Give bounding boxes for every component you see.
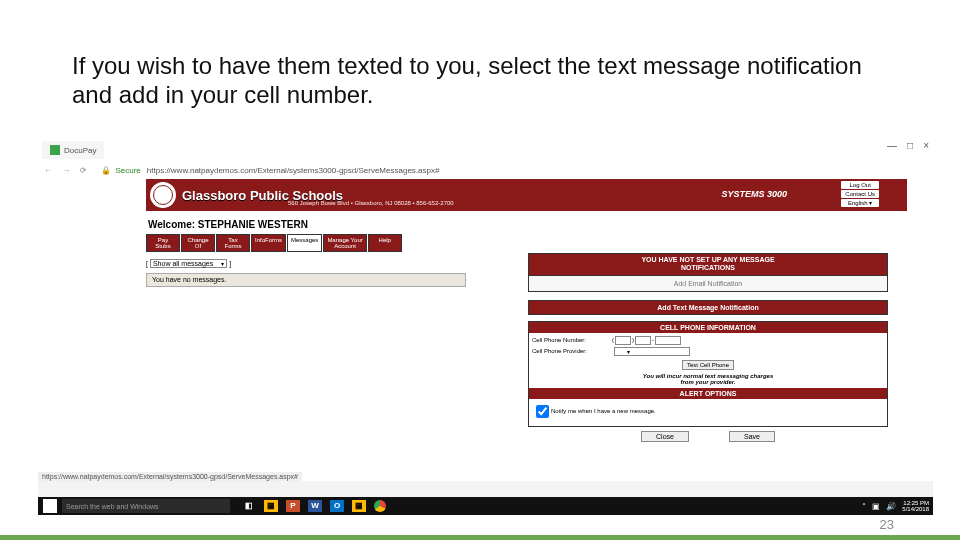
address-bar: ← → ⟳ 🔒 Secure https://www.natpaydemos.c… xyxy=(38,162,933,180)
tab-pay-stubs[interactable]: PayStubs xyxy=(146,234,180,252)
main-nav: PayStubs ChangeOf TaxForms InfoForms Mes… xyxy=(146,234,402,252)
no-notifications-banner: YOU HAVE NOT SET UP ANY MESSAGENOTIFICAT… xyxy=(528,253,888,276)
district-logo xyxy=(150,182,176,208)
alert-options-header: ALERT OPTIONS xyxy=(529,388,887,399)
close-button[interactable]: Close xyxy=(641,431,689,442)
provider-label: Cell Phone Provider: xyxy=(532,348,612,354)
paren: ( xyxy=(612,337,614,343)
welcome-label: Welcome: xyxy=(148,219,195,230)
line-number-input[interactable] xyxy=(655,336,681,345)
charge-note: You will incur normal text messaging cha… xyxy=(532,373,884,385)
no-messages-box: You have no messages. xyxy=(146,273,466,287)
window-close[interactable]: × xyxy=(923,140,929,151)
embedded-screenshot: DocuPay — □ × ← → ⟳ 🔒 Secure https://www… xyxy=(38,138,933,515)
url-text[interactable]: https://www.natpaydemos.com/External/sys… xyxy=(147,166,440,175)
tab-messages[interactable]: Messages xyxy=(287,234,322,252)
secure-label: Secure xyxy=(115,166,140,175)
folder-icon[interactable]: ▦ xyxy=(352,500,366,512)
tab-help[interactable]: Help xyxy=(368,234,402,252)
tray-up-icon[interactable]: ˄ xyxy=(862,502,866,511)
outlook-icon[interactable]: O xyxy=(330,500,344,512)
slide-instruction: If you wish to have them texted to you, … xyxy=(72,52,892,110)
file-explorer-icon[interactable]: ▦ xyxy=(264,500,278,512)
area-code-input[interactable] xyxy=(615,336,631,345)
tab-favicon xyxy=(50,145,60,155)
chrome-tab-strip: DocuPay — □ × xyxy=(38,138,933,162)
test-cell-button[interactable]: Test Cell Phone xyxy=(682,360,734,370)
add-email-notification[interactable]: Add Email Notification xyxy=(528,275,888,292)
save-button[interactable]: Save xyxy=(729,431,775,442)
tab-infoforms[interactable]: InfoForms xyxy=(251,234,286,252)
cell-info-header: CELL PHONE INFORMATION xyxy=(529,322,887,333)
tab-tax-forms[interactable]: TaxForms xyxy=(216,234,250,252)
system-brand: SYSTEMS 3000 xyxy=(721,189,787,199)
lock-icon: 🔒 xyxy=(101,166,111,175)
windows-taskbar: Search the web and Windows ◧ ▦ P W O ▦ ˄… xyxy=(38,497,933,515)
notify-label: Notify me when I have a new message. xyxy=(551,408,656,414)
page-content: Glassboro Public Schools 560 Joseph Bowe… xyxy=(38,179,933,481)
browser-tab[interactable]: DocuPay xyxy=(42,141,104,159)
slide-number: 23 xyxy=(880,517,894,532)
status-bar-url: https://www.natpaydemos.com/External/sys… xyxy=(38,472,302,481)
window-minimize[interactable]: — xyxy=(887,140,897,151)
network-icon[interactable]: ▣ xyxy=(872,502,880,511)
language-select[interactable]: English ▾ xyxy=(841,199,879,207)
provider-dropdown[interactable] xyxy=(614,347,690,356)
taskbar-clock[interactable]: 12:25 PM5/14/2018 xyxy=(902,500,929,512)
volume-icon[interactable]: 🔊 xyxy=(886,502,896,511)
welcome-name: STEPHANIE WESTERN xyxy=(198,219,308,230)
task-view-icon[interactable]: ◧ xyxy=(242,500,256,512)
cell-phone-section: CELL PHONE INFORMATION Cell Phone Number… xyxy=(528,321,888,427)
window-maximize[interactable]: □ xyxy=(907,140,913,151)
bracket: ] xyxy=(229,260,231,267)
start-button[interactable] xyxy=(43,499,57,513)
tab-title: DocuPay xyxy=(64,146,96,155)
powerpoint-icon[interactable]: P xyxy=(286,500,300,512)
notifications-panel: YOU HAVE NOT SET UP ANY MESSAGENOTIFICAT… xyxy=(528,253,888,442)
word-icon[interactable]: W xyxy=(308,500,322,512)
exchange-input[interactable] xyxy=(635,336,651,345)
bracket: [ xyxy=(146,260,148,267)
paren: ) xyxy=(632,337,634,343)
chrome-icon[interactable] xyxy=(374,500,386,512)
logout-link[interactable]: Log Out xyxy=(841,181,879,189)
filter-dropdown[interactable]: Show all messages xyxy=(150,259,227,268)
dash: - xyxy=(652,337,654,343)
tab-manage-account[interactable]: Manage YourAccount xyxy=(323,234,366,252)
taskbar-search[interactable]: Search the web and Windows xyxy=(62,499,230,513)
slide-accent-bar xyxy=(0,535,960,540)
add-text-notification[interactable]: Add Text Message Notification xyxy=(528,300,888,315)
welcome-line: Welcome: STEPHANIE WESTERN xyxy=(148,219,308,230)
site-header: Glassboro Public Schools 560 Joseph Bowe… xyxy=(146,179,907,211)
message-filter: [ Show all messages ] xyxy=(146,259,231,268)
tab-change-of[interactable]: ChangeOf xyxy=(181,234,215,252)
contact-link[interactable]: Contact Us xyxy=(841,190,879,198)
cell-number-label: Cell Phone Number: xyxy=(532,337,612,343)
district-address: 560 Joseph Bowe Blvd • Glassboro, NJ 080… xyxy=(288,200,454,206)
nav-back-forward[interactable]: ← → ⟳ xyxy=(44,166,91,175)
notify-checkbox[interactable] xyxy=(536,405,549,418)
window-controls: — □ × xyxy=(887,140,929,151)
